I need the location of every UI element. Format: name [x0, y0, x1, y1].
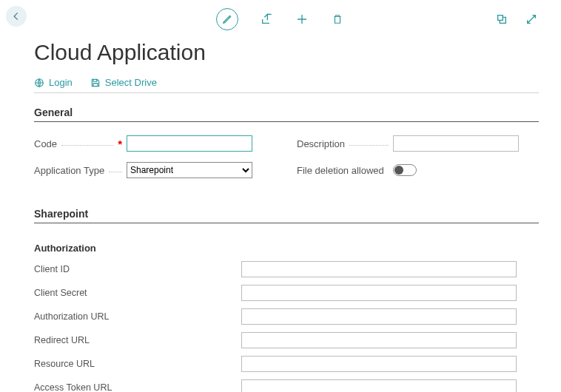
- access-token-url-input[interactable]: [241, 379, 517, 392]
- auth-url-input[interactable]: [241, 308, 517, 325]
- expand-icon: [525, 13, 537, 25]
- code-input[interactable]: [127, 135, 252, 152]
- app-type-select[interactable]: Sharepoint: [127, 162, 252, 178]
- client-id-input[interactable]: [241, 261, 517, 277]
- refresh-button[interactable]: [494, 12, 509, 27]
- description-input[interactable]: [393, 135, 519, 152]
- expand-button[interactable]: [524, 12, 539, 27]
- pencil-icon: [222, 14, 232, 24]
- delete-button[interactable]: [330, 12, 345, 27]
- share-icon: [261, 13, 272, 25]
- page-title: Cloud Application: [34, 40, 539, 65]
- file-deletion-toggle[interactable]: [393, 164, 417, 176]
- login-link[interactable]: Login: [34, 77, 73, 88]
- add-button[interactable]: [295, 12, 309, 27]
- trash-icon: [332, 13, 343, 25]
- description-label: Description: [297, 138, 393, 149]
- plus-icon: [296, 13, 308, 25]
- toolbar: [34, 6, 539, 33]
- section-authorization: Authorization: [34, 243, 539, 254]
- client-id-label: Client ID: [34, 264, 241, 274]
- resource-url-label: Resource URL: [34, 359, 241, 369]
- file-deletion-label: File deletion allowed: [297, 165, 393, 176]
- client-secret-label: Client Secret: [34, 288, 241, 298]
- redirect-url-input[interactable]: [241, 332, 517, 348]
- access-token-url-label: Access Token URL: [34, 382, 241, 392]
- edit-button[interactable]: [216, 8, 238, 30]
- auth-url-label: Authorization URL: [34, 311, 241, 322]
- select-drive-link[interactable]: Select Drive: [90, 77, 157, 88]
- login-link-label: Login: [49, 77, 73, 88]
- select-drive-link-label: Select Drive: [105, 77, 157, 88]
- save-icon: [90, 78, 101, 88]
- back-button[interactable]: [6, 6, 27, 27]
- code-label: Code*: [34, 138, 127, 150]
- section-sharepoint: Sharepoint: [34, 208, 539, 223]
- resource-url-input[interactable]: [241, 356, 517, 372]
- app-type-label: Application Type: [34, 165, 127, 176]
- section-general: General: [34, 107, 539, 122]
- globe-icon: [34, 78, 44, 88]
- client-secret-input[interactable]: [241, 285, 517, 301]
- redirect-url-label: Redirect URL: [34, 335, 241, 345]
- share-button[interactable]: [259, 12, 274, 27]
- refresh-icon: [496, 13, 508, 25]
